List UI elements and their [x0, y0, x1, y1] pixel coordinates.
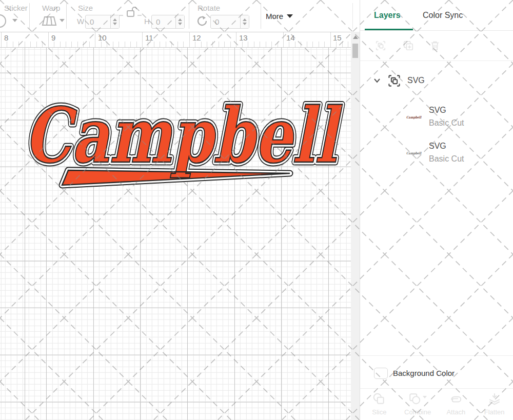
sticker-dropdown-caret-icon[interactable]	[12, 19, 17, 22]
group-label: SVG	[407, 76, 425, 85]
canvas-vertical-scrollbar[interactable]	[351, 32, 360, 420]
flatten-button[interactable]: Flatten	[475, 388, 513, 420]
warp-dropdown-caret-icon[interactable]	[60, 19, 65, 22]
background-color-swatch[interactable]	[374, 368, 388, 379]
cricut-design-app: Sticker Warp Size W 0 H 0 Rotate	[0, 0, 513, 420]
ruler-unit: 9	[51, 33, 55, 42]
ruler-unit: 12	[192, 33, 201, 42]
toolbar-divider	[352, 3, 353, 29]
layer-title: SVG	[429, 106, 446, 115]
ruler-unit: 11	[145, 33, 153, 42]
scroll-up-icon[interactable]	[353, 35, 358, 39]
tab-hairline	[360, 30, 513, 31]
toolbar-divider	[261, 3, 261, 29]
rotate-label: Rotate	[198, 4, 220, 12]
height-stepper[interactable]	[175, 15, 184, 28]
rotate-stepper[interactable]	[240, 15, 249, 28]
ruler-unit: 14	[286, 33, 295, 42]
more-label: More	[266, 12, 283, 21]
toolbar-divider	[29, 3, 30, 29]
layer-row[interactable]: Campbell SVG Basic Cut	[360, 103, 513, 132]
layers-panel: Layers Color Sync	[360, 0, 513, 420]
ruler-unit: 10	[98, 33, 107, 42]
layer-subtitle: Basic Cut	[429, 118, 464, 128]
svg-text:Campbell: Campbell	[406, 115, 422, 119]
height-field[interactable]: 0	[151, 15, 185, 29]
height-value: 0	[152, 15, 175, 28]
ruler-unit: 15	[333, 33, 342, 42]
attach-icon	[449, 392, 463, 406]
toolbar: Sticker Warp Size W 0 H 0 Rotate	[0, 0, 360, 32]
layer-row[interactable]: Campbell SVG Basic Cut	[360, 138, 513, 168]
layer-thumbnail: Campbell	[406, 149, 422, 157]
panel-divider	[360, 61, 513, 61]
flatten-label: Flatten	[475, 408, 513, 416]
group-icon[interactable]	[375, 40, 386, 51]
sticker-label: Sticker	[4, 4, 28, 12]
layer-title: SVG	[429, 142, 446, 151]
layer-tools	[360, 39, 513, 54]
height-label: H	[144, 17, 150, 26]
slice-button[interactable]: Slice	[360, 388, 399, 420]
delete-icon[interactable]	[429, 40, 441, 51]
design-canvas[interactable]: Campbell Campbell Campbell Campbell	[0, 48, 351, 420]
background-color-row: Background Color	[360, 356, 513, 388]
attach-button[interactable]: Attach	[437, 388, 476, 420]
width-label: W	[77, 17, 84, 26]
width-field[interactable]: 0	[85, 15, 120, 29]
combine-button[interactable]: Combine	[399, 388, 437, 420]
layer-thumbnail: Campbell	[406, 113, 422, 122]
rotate-icon[interactable]	[196, 15, 208, 27]
combine-caret-icon	[423, 396, 427, 398]
horizontal-ruler: 8 9 10 11 12 13 14 15	[0, 32, 351, 48]
campbell-logo[interactable]: Campbell Campbell Campbell Campbell	[18, 91, 346, 194]
tab-color-sync[interactable]: Color Sync	[423, 11, 463, 20]
warp-icon[interactable]	[41, 15, 57, 27]
size-label: Size	[78, 4, 93, 12]
combine-icon	[408, 392, 422, 406]
more-button[interactable]: More	[266, 12, 293, 21]
toolbar-divider	[66, 3, 67, 29]
ruler-unit: 13	[239, 33, 248, 42]
rotate-field[interactable]: 0	[210, 15, 249, 29]
slice-icon	[372, 392, 386, 406]
logo-text-edge: Campbell	[24, 91, 343, 180]
more-caret-icon	[287, 14, 293, 18]
width-value: 0	[86, 15, 110, 28]
ruler-ticks	[0, 42, 351, 47]
background-color-label: Background Color	[393, 369, 455, 377]
flatten-icon	[488, 392, 501, 406]
layer-group-row[interactable]: SVG	[360, 73, 513, 89]
tab-layers[interactable]: Layers	[374, 11, 401, 20]
svg-text:Campbell: Campbell	[406, 151, 422, 155]
size-lock-icon[interactable]	[118, 6, 143, 17]
scrollbar-thumb[interactable]	[352, 44, 358, 58]
toolbar-divider	[189, 3, 189, 29]
warp-label: Warp	[42, 4, 60, 12]
rotate-value: 0	[211, 15, 240, 28]
layer-actions-bar: Slice Combine Attach Flat	[360, 388, 513, 420]
combine-label: Combine	[399, 408, 437, 416]
attach-label: Attach	[437, 408, 476, 416]
ruler-unit: 8	[4, 33, 8, 42]
layer-subtitle: Basic Cut	[429, 154, 464, 164]
chevron-down-icon[interactable]	[373, 78, 381, 83]
slice-label: Slice	[360, 408, 399, 416]
sticker-icon[interactable]	[0, 13, 11, 29]
duplicate-icon[interactable]	[403, 40, 414, 51]
group-icon	[387, 74, 401, 88]
